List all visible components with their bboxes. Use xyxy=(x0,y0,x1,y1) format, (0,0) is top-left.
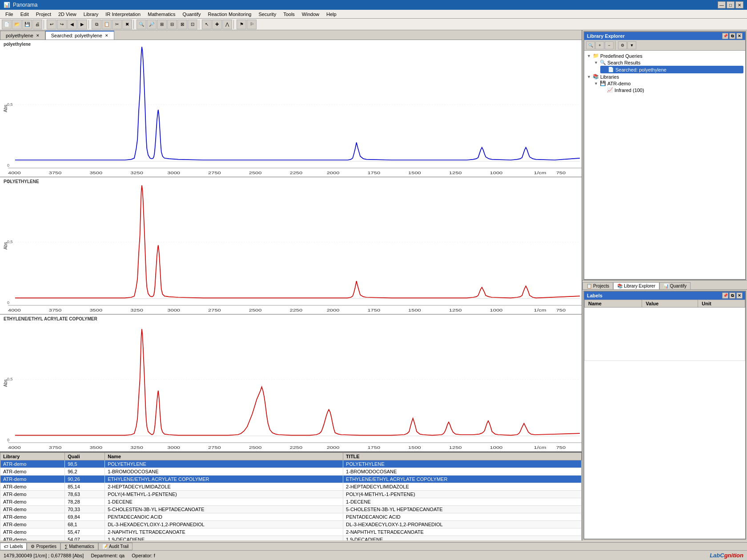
tb-undo[interactable]: ↩ xyxy=(47,20,56,29)
x-axis-2: 4000 3750 3500 3250 3000 2750 2500 2250 … xyxy=(8,305,582,314)
labels-title: Labels xyxy=(587,293,602,298)
tree-item-infrared[interactable]: 📈 Infrared (100) xyxy=(600,87,743,93)
menu-mathematics[interactable]: Mathematics xyxy=(144,11,179,18)
svg-text:750: 750 xyxy=(556,170,566,175)
tree-item-libraries[interactable]: ▼ 📚 Libraries xyxy=(586,73,743,80)
tree-item-searched-polyethylene[interactable]: 📄 Searched: polyethylene xyxy=(600,66,743,73)
tb-zoom-out[interactable]: 🔎 xyxy=(147,20,157,29)
tb-paste[interactable]: 📋 xyxy=(102,20,112,29)
tb-cursor[interactable]: ↖ xyxy=(202,20,212,29)
tree-item-search-results[interactable]: ▼ 🔍 Search Results xyxy=(593,59,743,66)
tb-zoom-all[interactable]: ⊞ xyxy=(157,20,167,29)
tab-label-polyethylene: polyethylene xyxy=(6,33,33,38)
tb-zoom-sel[interactable]: ⊟ xyxy=(167,20,177,29)
tab-quantify[interactable]: 📊 Quantify xyxy=(659,282,691,289)
tb-redo[interactable]: ↪ xyxy=(57,20,67,29)
col-library[interactable]: Library xyxy=(0,453,65,460)
maximize-button[interactable]: □ xyxy=(727,1,735,8)
menu-2dview[interactable]: 2D View xyxy=(55,11,80,18)
tb-zoom-x[interactable]: ⊠ xyxy=(177,20,187,29)
lib-explorer-close[interactable]: ✕ xyxy=(736,33,743,39)
tab-close-polyethylene[interactable]: ✕ xyxy=(36,33,40,38)
bp-tab-properties[interactable]: ⚙ Properties xyxy=(27,543,60,550)
table-cell-quali: 78,28 xyxy=(65,498,105,506)
tree-item-atr-demo[interactable]: ▼ 💾 ATR-demo xyxy=(593,80,743,87)
tb-save[interactable]: 💾 xyxy=(22,20,32,29)
tab-close-searched[interactable]: ✕ xyxy=(105,33,108,38)
table-row[interactable]: ATR-demo98,5POLYETHYLENEPOLYETHYLENE xyxy=(0,460,582,468)
close-button[interactable]: ✕ xyxy=(735,1,743,8)
table-row[interactable]: ATR-demo54,071,9-DECADIENE1,9-DECADIENE xyxy=(0,536,582,541)
menu-project[interactable]: Project xyxy=(32,11,55,18)
svg-text:1750: 1750 xyxy=(367,170,380,175)
menu-security[interactable]: Security xyxy=(255,11,280,18)
tb-flag[interactable]: ⚑ xyxy=(237,20,246,29)
tab-projects[interactable]: 📋 Projects xyxy=(582,282,613,289)
labels-close[interactable]: ✕ xyxy=(736,292,743,299)
lib-tb-add[interactable]: + xyxy=(595,41,604,49)
menu-help[interactable]: Help xyxy=(323,11,340,18)
lib-tb-settings[interactable]: ⚙ xyxy=(618,41,627,49)
bp-labels-label: Labels xyxy=(10,544,23,549)
menu-edit[interactable]: Edit xyxy=(17,11,32,18)
tb-zoom-in[interactable]: 🔍 xyxy=(137,20,146,29)
table-row[interactable]: ATR-demo78,281-DECENE1-DECENE xyxy=(0,498,582,506)
menu-library[interactable]: Library xyxy=(80,11,102,18)
svg-text:2750: 2750 xyxy=(208,170,221,175)
icon-libraries: 📚 xyxy=(593,74,599,80)
lib-explorer-float[interactable]: ⧉ xyxy=(729,33,735,39)
lib-explorer-pin[interactable]: 📌 xyxy=(722,33,728,39)
menu-tools[interactable]: Tools xyxy=(280,11,298,18)
table-cell-name: 1-DECENE xyxy=(105,498,343,506)
app-icon: 📊 xyxy=(4,2,10,8)
tab-library-explorer[interactable]: 📚 Library Explorer xyxy=(613,282,659,289)
table-cell-name: PENTADECANOIC ACID xyxy=(105,513,343,521)
menu-ir-interpretation[interactable]: IR Interpretation xyxy=(102,11,144,18)
table-row[interactable]: ATR-demo70,335-CHOLESTEN-3B-YL HEPTADECA… xyxy=(0,506,582,513)
app-title: Panorama xyxy=(13,2,37,8)
tb-flag2[interactable]: ⚐ xyxy=(247,20,257,29)
tb-cut[interactable]: ✂ xyxy=(112,20,122,29)
lib-tb-remove[interactable]: − xyxy=(605,41,614,49)
tb-print[interactable]: 🖨 xyxy=(32,20,42,29)
tb-arrow-left[interactable]: ◀ xyxy=(67,20,77,29)
tb-open[interactable]: 📂 xyxy=(12,20,22,29)
table-row[interactable]: ATR-demo85,142-HEPTADECYLIMIDAZOLE2-HEPT… xyxy=(0,483,582,491)
table-row[interactable]: ATR-demo78,63POLY(4-METHYL-1-PENTENE)POL… xyxy=(0,491,582,498)
menu-window[interactable]: Window xyxy=(298,11,323,18)
tab-searched-polyethylene[interactable]: Searched: polyethylene ✕ xyxy=(45,31,114,40)
quantify-tab-label: Quantify xyxy=(670,284,687,288)
lib-explorer-title: Library Explorer xyxy=(587,33,625,39)
toolbar-sep-2 xyxy=(88,20,90,29)
col-title[interactable]: TITLE xyxy=(343,453,582,460)
tb-peak[interactable]: ⋀ xyxy=(222,20,232,29)
tb-copy[interactable]: ⧉ xyxy=(92,20,101,29)
labels-pin[interactable]: 📌 xyxy=(722,292,728,299)
col-name[interactable]: Name xyxy=(105,453,343,460)
menu-reaction-monitoring[interactable]: Reaction Monitoring xyxy=(205,11,255,18)
tree-item-predefined[interactable]: ▼ 📁 Predefined Queries xyxy=(586,52,743,59)
tb-zoom-y[interactable]: ⊡ xyxy=(188,20,197,29)
lib-tb-filter[interactable]: ▼ xyxy=(627,41,636,49)
labels-float[interactable]: ⧉ xyxy=(729,292,735,299)
tb-new[interactable]: 📄 xyxy=(2,20,12,29)
menu-file[interactable]: File xyxy=(2,11,17,18)
quantify-tab-icon: 📊 xyxy=(663,284,669,288)
table-row[interactable]: ATR-demo96,21-BROMODOCOSANE1-BROMODOCOSA… xyxy=(0,468,582,476)
tb-arrow-right[interactable]: ▶ xyxy=(77,20,87,29)
minimize-button[interactable]: — xyxy=(718,1,726,8)
bp-tab-mathematics[interactable]: ∑ Mathematics xyxy=(60,543,98,550)
svg-text:2500: 2500 xyxy=(249,170,262,175)
table-row[interactable]: ATR-demo55,472-NAPHTHYL TETRADECANOATE2-… xyxy=(0,528,582,536)
table-row[interactable]: ATR-demo69,84PENTADECANOIC ACIDPENTADECA… xyxy=(0,513,582,521)
menu-quantify[interactable]: Quantify xyxy=(179,11,205,18)
table-row[interactable]: ATR-demo68,1DL-3-HEXADECYLOXY-1,2-PROPAN… xyxy=(0,521,582,528)
tb-delete[interactable]: ✖ xyxy=(122,20,132,29)
lib-tb-search[interactable]: 🔍 xyxy=(586,41,595,49)
tb-crosshair[interactable]: ✚ xyxy=(212,20,222,29)
tab-polyethylene[interactable]: polyethylene ✕ xyxy=(0,31,45,40)
bp-tab-audit-trail[interactable]: 📝 Audit Trail xyxy=(98,543,133,550)
bp-tab-labels[interactable]: 🏷 Labels xyxy=(0,543,27,550)
col-quali[interactable]: Quali xyxy=(65,453,105,460)
table-row[interactable]: ATR-demo90,26ETHYLENE/ETHYL ACRYLATE COP… xyxy=(0,476,582,483)
